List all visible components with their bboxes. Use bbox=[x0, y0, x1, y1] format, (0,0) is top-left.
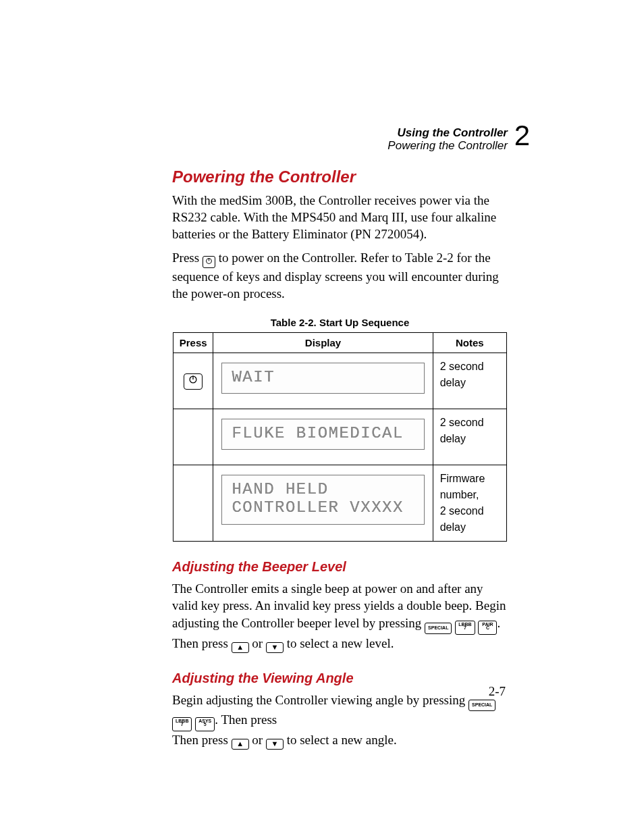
up-arrow-key-icon: ▲ bbox=[232, 642, 249, 653]
down-arrow-key-icon: ▼ bbox=[266, 739, 284, 750]
table-row: FLUKE BIOMEDICAL 2 second delay bbox=[173, 409, 507, 465]
display-cell: WAIT bbox=[213, 353, 433, 409]
text-fragment: to select a new angle. bbox=[284, 733, 397, 747]
lcd-line: HAND HELD bbox=[232, 481, 414, 498]
text-fragment: or bbox=[249, 636, 266, 650]
chapter-number: 2 bbox=[514, 120, 530, 151]
pair-c-key-icon: PAIRC bbox=[478, 621, 497, 635]
lcd-display: WAIT bbox=[221, 363, 424, 394]
manual-page: Using the Controller Powering the Contro… bbox=[0, 0, 644, 834]
intro-paragraph-2: Press to power on the Controller. Refer … bbox=[172, 249, 508, 302]
table-row: HAND HELD CONTROLLER VXXXX Firmware numb… bbox=[173, 465, 507, 542]
para2-part-b: to power on the Controller. Refer to Tab… bbox=[172, 251, 499, 301]
lcd-display: HAND HELD CONTROLLER VXXXX bbox=[221, 475, 424, 525]
up-arrow-key-icon: ▲ bbox=[232, 739, 249, 750]
text-fragment: . Then press bbox=[215, 712, 277, 727]
notes-cell: 2 second delay bbox=[433, 409, 506, 465]
power-key-icon bbox=[184, 373, 203, 390]
press-cell bbox=[173, 353, 213, 409]
col-header-notes: Notes bbox=[433, 333, 506, 353]
special-key-icon: SPECIAL bbox=[425, 623, 452, 634]
asys-5-key-icon: ASYS5 bbox=[195, 717, 215, 731]
lcd-display: FLUKE BIOMEDICAL bbox=[221, 419, 424, 450]
lbbb-7-key-icon: LBBB7 bbox=[455, 621, 475, 635]
press-cell bbox=[173, 465, 213, 542]
page-number: 2-7 bbox=[489, 684, 506, 699]
lcd-line: FLUKE BIOMEDICAL bbox=[232, 425, 414, 442]
text-fragment: Begin adjusting the Controller viewing a… bbox=[172, 693, 468, 707]
viewing-paragraph: Begin adjusting the Controller viewing a… bbox=[172, 692, 508, 750]
notes-cell: Firmware number, 2 second delay bbox=[433, 465, 506, 542]
display-cell: FLUKE BIOMEDICAL bbox=[213, 409, 433, 465]
special-key-icon: SPECIAL bbox=[468, 700, 495, 711]
beeper-paragraph: The Controller emits a single beep at po… bbox=[172, 580, 508, 652]
startup-sequence-table: Press Display Notes WAIT 2 second delay bbox=[173, 332, 507, 542]
notes-cell: 2 second delay bbox=[433, 353, 506, 409]
power-key-icon bbox=[203, 256, 215, 268]
lcd-line: WAIT bbox=[232, 369, 414, 386]
subsection-heading-viewing: Adjusting the Viewing Angle bbox=[172, 671, 508, 686]
press-cell bbox=[173, 409, 213, 465]
down-arrow-key-icon: ▼ bbox=[266, 642, 284, 653]
lbbb-7-key-icon: LBBB7 bbox=[172, 717, 192, 731]
intro-paragraph-1: With the medSim 300B, the Controller rec… bbox=[172, 192, 508, 242]
running-header: Using the Controller Powering the Contro… bbox=[387, 127, 508, 152]
col-header-display: Display bbox=[213, 333, 433, 353]
header-chapter-title: Using the Controller bbox=[387, 127, 508, 140]
table-row: WAIT 2 second delay bbox=[173, 353, 507, 409]
header-section-title: Powering the Controller bbox=[387, 140, 508, 153]
para2-part-a: Press bbox=[172, 251, 203, 265]
subsection-heading-beeper: Adjusting the Beeper Level bbox=[172, 559, 508, 575]
table-caption: Table 2-2. Start Up Sequence bbox=[172, 317, 508, 328]
lcd-line: CONTROLLER VXXXX bbox=[232, 499, 414, 517]
display-cell: HAND HELD CONTROLLER VXXXX bbox=[213, 465, 433, 542]
section-heading: Powering the Controller bbox=[172, 167, 508, 186]
text-fragment: to select a new level. bbox=[284, 636, 394, 650]
col-header-press: Press bbox=[173, 333, 213, 353]
text-fragment: or bbox=[249, 733, 266, 747]
